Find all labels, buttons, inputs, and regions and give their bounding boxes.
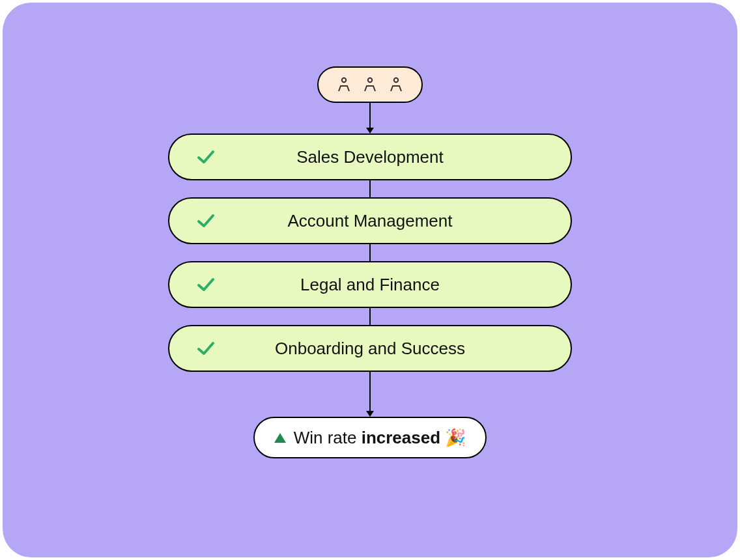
stage-node: Onboarding and Success <box>168 325 572 372</box>
stage-label: Legal and Finance <box>169 275 571 295</box>
svg-point-1 <box>368 78 372 82</box>
team-node <box>317 66 423 103</box>
connector-line <box>369 180 371 197</box>
arrow-down-icon <box>366 372 374 417</box>
stage-node: Sales Development <box>168 133 572 180</box>
result-text: Win rate increased 🎉 <box>294 428 466 448</box>
connector-line <box>369 244 371 261</box>
stage-node: Legal and Finance <box>168 261 572 308</box>
diagram-card: Sales Development Account Management Leg… <box>3 3 737 557</box>
svg-point-2 <box>394 78 398 82</box>
party-popper-icon: 🎉 <box>445 428 466 447</box>
result-node: Win rate increased 🎉 <box>253 417 487 458</box>
stage-node: Account Management <box>168 197 572 244</box>
stage-label: Account Management <box>169 211 571 231</box>
connector-line <box>369 308 371 325</box>
result-emphasis: increased <box>362 428 440 447</box>
stage-label: Onboarding and Success <box>169 339 571 359</box>
svg-point-0 <box>342 78 346 82</box>
stage-list: Sales Development Account Management Leg… <box>168 133 572 372</box>
person-icon <box>337 77 351 92</box>
arrow-down-icon <box>366 103 374 133</box>
result-prefix: Win rate <box>294 428 362 447</box>
person-icon <box>363 77 377 92</box>
stage-label: Sales Development <box>169 147 571 167</box>
person-icon <box>389 77 403 92</box>
up-triangle-icon <box>274 433 286 443</box>
